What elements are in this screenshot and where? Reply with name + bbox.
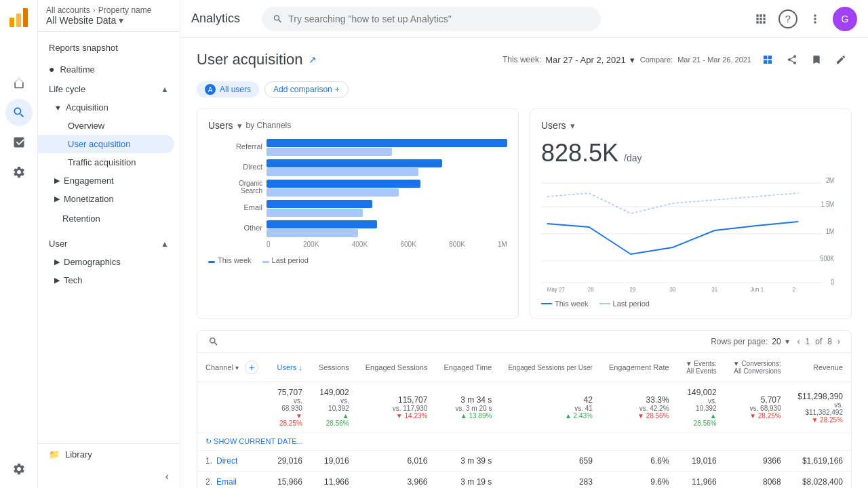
sidebar-collapse[interactable]: ‹ <box>38 465 180 488</box>
more-options-icon-btn[interactable] <box>803 7 827 31</box>
view-selector[interactable]: All Website Data ▾ <box>46 15 172 26</box>
apps-icon-btn[interactable] <box>749 7 773 31</box>
data-table: Channel ▾ + Users ↓ Sessions Engaged Ses… <box>197 353 851 488</box>
table-view-btn[interactable] <box>757 49 778 70</box>
sidebar-group-monetization[interactable]: ▶ Monetization <box>38 190 180 208</box>
add-comparison-btn[interactable]: Add comparison + <box>264 81 349 98</box>
svg-text:29: 29 <box>630 286 636 293</box>
reports-snapshot-label: Reports snapshot <box>49 43 118 53</box>
share-btn[interactable] <box>781 49 803 70</box>
breadcrumb-sep1: › <box>93 5 96 15</box>
channel-email[interactable]: Email <box>216 477 237 487</box>
col-header-sessions[interactable]: Sessions <box>311 353 357 382</box>
col-header-events[interactable]: ▼ Events: All Events <box>677 353 725 382</box>
sidebar-icon-configure[interactable] <box>5 159 33 186</box>
sidebar-icon-reports[interactable] <box>5 129 33 156</box>
compare-range: Mar 21 - Mar 26, 2021 <box>677 56 751 64</box>
acquisition-collapse-icon: ▼ <box>54 104 62 112</box>
col-header-engaged-sessions[interactable]: Engaged Sessions <box>357 353 436 382</box>
date-range-dropdown-icon: ▾ <box>630 55 635 65</box>
table-search[interactable] <box>208 336 219 347</box>
line-chart-dropdown-icon[interactable]: ▾ <box>570 121 575 131</box>
svg-rect-1 <box>16 14 21 27</box>
pagination-total: 8 <box>827 337 832 346</box>
bookmark-btn[interactable] <box>806 49 827 70</box>
library-label: Library <box>65 449 92 460</box>
svg-text:500K: 500K <box>821 254 835 262</box>
rows-per-page-value[interactable]: 20 <box>772 337 781 346</box>
svg-rect-0 <box>9 18 14 27</box>
tech-expand-icon: ▶ <box>54 276 60 285</box>
compare-label: Compare: <box>640 56 673 64</box>
sidebar-item-retention[interactable]: Retention <box>38 208 174 229</box>
svg-text:May 27: May 27 <box>547 286 565 293</box>
col-header-engagement-rate[interactable]: Engagement Rate <box>601 353 677 382</box>
sidebar-item-realtime[interactable]: ● Realtime <box>38 58 174 80</box>
sidebar-group-engagement[interactable]: ▶ Engagement <box>38 171 180 190</box>
pagination-current: 1 <box>806 337 810 346</box>
demographics-label: Demographics <box>64 257 121 267</box>
line-legend-last-period: Last period <box>613 300 650 308</box>
col-header-conversions[interactable]: ▼ Conversions: All Conversions <box>725 353 789 382</box>
svg-text:28: 28 <box>588 286 594 293</box>
table-totals-row: 75,707 vs. 68,930 ▼ 28.25% 149,002 vs. 1… <box>197 382 851 433</box>
realtime-label: Realtime <box>60 64 94 75</box>
add-column-btn[interactable]: + <box>245 361 258 374</box>
svg-text:0: 0 <box>831 278 834 286</box>
metric-value: 828.5K <box>541 139 618 167</box>
this-week-label: This week: <box>502 55 541 64</box>
sidebar-group-tech[interactable]: ▶ Tech <box>38 271 180 289</box>
user-section-header: User ▲ <box>38 235 180 253</box>
add-comparison-icon: + <box>335 85 340 94</box>
sidebar-group-acquisition[interactable]: ▼ Acquisition <box>38 98 180 117</box>
view-selector-chevron: ▾ <box>119 15 123 26</box>
analytics-logo[interactable] <box>7 5 31 30</box>
sidebar-sub-user-acquisition[interactable]: User acquisition <box>38 135 174 153</box>
export-icon[interactable]: ↗ <box>309 54 317 65</box>
user-avatar[interactable]: G <box>833 7 857 31</box>
sidebar-library[interactable]: 📁 Library <box>38 444 180 465</box>
monetization-expand-icon: ▶ <box>54 195 60 203</box>
bar-chart-title: Users <box>208 120 233 131</box>
lifecycle-collapse-icon[interactable]: ▲ <box>161 85 169 94</box>
pagination-next[interactable]: › <box>837 337 840 346</box>
bar-chart: Referral Direct <box>208 139 507 248</box>
table-row: 2.Email 15,966 11,966 3,966 3 m 19 s 283… <box>197 472 851 489</box>
all-accounts-link[interactable]: All accounts <box>46 5 90 15</box>
bar-chart-subtitle: by Channels <box>246 121 292 130</box>
data-table-section: Rows per page: 20 ▾ ‹ 1 of 8 › <box>197 330 852 488</box>
help-icon-btn[interactable]: ? <box>778 9 797 28</box>
svg-text:Jun 1: Jun 1 <box>751 286 764 293</box>
col-header-channel[interactable]: Channel ▾ + <box>197 353 268 382</box>
bar-chart-dropdown-icon[interactable]: ▾ <box>237 121 242 131</box>
search-input[interactable] <box>288 14 590 24</box>
col-header-users[interactable]: Users ↓ <box>268 353 310 382</box>
col-header-esp-user[interactable]: Engaged Sessions per User <box>500 353 601 382</box>
lifecycle-section-header: Life cycle ▲ <box>38 80 180 98</box>
sidebar-item-reports-snapshot[interactable]: Reports snapshot <box>38 37 174 58</box>
sidebar-sub-overview[interactable]: Overview <box>38 117 174 135</box>
channel-direct[interactable]: Direct <box>216 456 237 466</box>
svg-text:2M: 2M <box>826 176 834 184</box>
col-header-engaged-time[interactable]: Engaged Time <box>435 353 500 382</box>
pencil-btn[interactable] <box>830 49 852 70</box>
rows-per-page-dropdown[interactable]: ▾ <box>785 337 789 346</box>
date-range-selector[interactable]: This week: Mar 27 - Apr 2, 2021 ▾ <box>502 55 635 65</box>
show-current-date-row[interactable]: ↻ SHOW CURRENT DATE... <box>197 433 851 451</box>
user-collapse-icon[interactable]: ▲ <box>161 239 169 249</box>
all-users-filter-chip[interactable]: A All users <box>197 81 259 98</box>
line-legend-this-week: This week <box>555 300 589 308</box>
pagination-prev[interactable]: ‹ <box>797 337 800 346</box>
legend-this-week: This week <box>218 256 252 264</box>
breadcrumb-nav: All accounts › Property name <box>46 5 172 15</box>
property-name[interactable]: Property name <box>98 5 152 15</box>
sidebar-icon-search[interactable] <box>5 99 33 126</box>
table-search-icon <box>208 336 219 347</box>
sidebar-settings[interactable] <box>5 455 33 483</box>
demographics-expand-icon: ▶ <box>54 258 60 266</box>
sidebar-icon-home[interactable] <box>5 69 33 96</box>
sidebar-group-demographics[interactable]: ▶ Demographics <box>38 253 180 271</box>
sidebar-sub-traffic-acquisition[interactable]: Traffic acquisition <box>38 153 174 171</box>
col-header-revenue[interactable]: Revenue <box>789 353 851 382</box>
user-section-label: User <box>49 239 67 249</box>
